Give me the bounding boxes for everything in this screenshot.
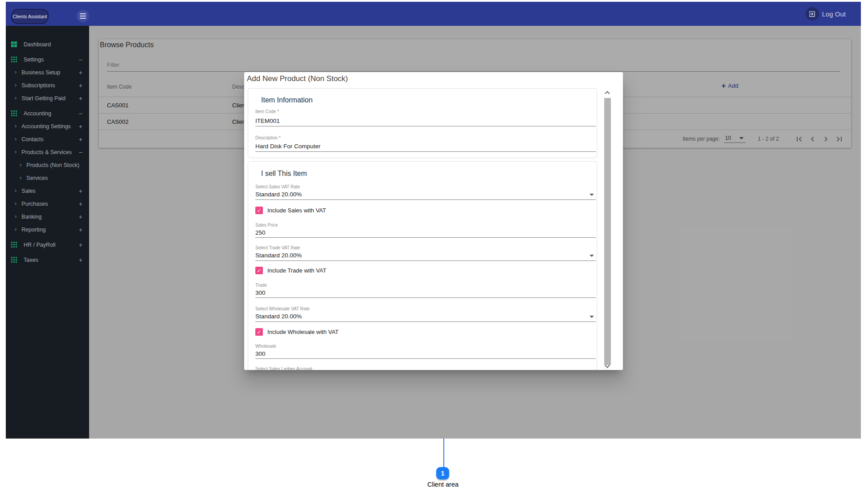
chevron-right-icon: › — [15, 187, 16, 193]
expand-icon[interactable]: + — [79, 257, 82, 263]
wholesale-vat-rate-label: Select Wholesale VAT Rate — [255, 306, 310, 311]
expand-icon[interactable]: + — [79, 214, 82, 220]
sidebar-item-start-getting-paid[interactable]: › Start Getting Paid + — [6, 92, 89, 105]
expand-icon[interactable]: + — [79, 95, 82, 102]
item-code-input[interactable]: ITEM001 — [255, 118, 280, 124]
dialog-scrollbar[interactable] — [602, 88, 613, 370]
collapse-icon[interactable]: − — [79, 57, 82, 63]
chevron-right-icon: › — [15, 213, 16, 219]
sidebar-item-subscriptions[interactable]: › Subscriptions + — [6, 79, 89, 92]
hr-payroll-grid-icon — [11, 242, 17, 248]
app-logo-text: Clients Assistant — [12, 14, 47, 19]
sidebar-item-products-non-stock[interactable]: › Products (Non Stock) — [6, 159, 89, 171]
sidebar-item-taxes[interactable]: Taxes + — [6, 253, 89, 266]
settings-grid-icon — [11, 57, 17, 62]
include-sales-with-vat-checkbox[interactable]: ✓ Include Sales with VAT — [255, 207, 326, 214]
trade-vat-rate-select[interactable]: Standard 20.00% — [255, 252, 302, 259]
top-navbar: Clients Assistant Log Out — [6, 2, 861, 26]
taxes-grid-icon — [11, 257, 17, 263]
accounting-grid-icon — [11, 110, 17, 116]
chevron-right-icon: › — [15, 95, 16, 101]
add-product-dialog: Add New Product (Non Stock) Item Informa… — [244, 72, 623, 370]
chevron-right-icon: › — [20, 175, 21, 180]
annotation-marker-1: 1 — [436, 467, 449, 480]
chevron-right-icon: › — [20, 162, 21, 167]
sidebar-item-reporting[interactable]: › Reporting + — [6, 223, 89, 236]
chevron-right-icon: › — [15, 123, 16, 129]
app-window: Clients Assistant Log Out Dashboard Sett… — [6, 2, 861, 439]
sidebar-item-banking[interactable]: › Banking + — [6, 210, 89, 223]
annotation-connector-line — [443, 439, 444, 468]
description-label: Description * — [255, 135, 281, 140]
sales-ledger-account-label: Select Sales Ledger Account — [255, 366, 312, 370]
collapse-icon[interactable]: − — [79, 110, 82, 117]
sales-price-label: Sales Price — [255, 223, 278, 228]
sales-vat-rate-label: Select Sales VAT Rate — [255, 184, 300, 189]
dashboard-icon — [11, 41, 17, 47]
sidebar-item-accounting[interactable]: Accounting − — [6, 107, 89, 120]
section-heading: Item Information — [261, 96, 313, 104]
scroll-up-icon[interactable] — [605, 91, 610, 96]
chevron-right-icon: › — [15, 149, 16, 154]
checkbox-checked-icon: ✓ — [255, 267, 263, 274]
expand-icon[interactable]: + — [79, 69, 82, 76]
chevron-right-icon: › — [15, 136, 16, 142]
wholesale-label: Wholesale — [255, 344, 276, 349]
sidebar-item-settings[interactable]: Settings − — [6, 53, 89, 66]
expand-icon[interactable]: + — [79, 123, 82, 130]
i-sell-this-item-section: I sell This Item Select Sales VAT Rate S… — [248, 161, 597, 370]
section-heading: I sell This Item — [261, 170, 307, 178]
expand-icon[interactable]: + — [79, 136, 82, 142]
wholesale-vat-rate-select[interactable]: Standard 20.00% — [255, 313, 302, 320]
checkbox-checked-icon: ✓ — [255, 207, 263, 214]
chevron-right-icon: › — [15, 69, 16, 75]
menu-toggle-button[interactable] — [77, 10, 89, 22]
sidebar-item-accounting-settings[interactable]: › Accounting Settings + — [6, 120, 89, 133]
checkbox-checked-icon: ✓ — [255, 328, 263, 336]
sidebar-nav: Dashboard Settings − › Business Setup + … — [6, 26, 89, 439]
item-code-label: Item Code * — [255, 109, 279, 114]
description-input[interactable]: Hard Disk For Computer — [255, 143, 320, 150]
trade-label: Trade — [255, 283, 267, 288]
trade-vat-rate-label: Select Trade VAT Rate — [255, 245, 300, 250]
expand-icon[interactable]: + — [79, 82, 82, 89]
logout-label: Log Out — [822, 10, 846, 18]
sidebar-item-purchases[interactable]: › Purchases + — [6, 197, 89, 210]
caret-down-icon — [590, 255, 594, 257]
dialog-title: Add New Product (Non Stock) — [247, 74, 348, 83]
chevron-right-icon: › — [15, 226, 16, 232]
logout-button[interactable]: Log Out — [806, 7, 846, 20]
sidebar-item-sales[interactable]: › Sales + — [6, 184, 89, 197]
trade-input[interactable]: 300 — [255, 289, 266, 296]
sidebar-item-services[interactable]: › Services — [6, 171, 89, 184]
expand-icon[interactable]: + — [79, 188, 82, 194]
expand-icon[interactable]: + — [79, 201, 82, 207]
caret-down-icon — [590, 316, 594, 318]
app-logo: Clients Assistant — [11, 9, 49, 24]
item-information-section: Item Information Item Code * ITEM001 Des… — [248, 88, 597, 158]
sidebar-item-hr-payroll[interactable]: HR / PayRoll + — [6, 238, 89, 251]
sidebar-item-contacts[interactable]: › Contacts + — [6, 133, 89, 146]
chevron-right-icon: › — [15, 82, 16, 88]
sidebar-item-products-services[interactable]: › Products & Services − — [6, 146, 89, 159]
sales-price-input[interactable]: 250 — [255, 229, 266, 236]
expand-icon[interactable]: + — [79, 227, 82, 233]
wholesale-input[interactable]: 300 — [255, 350, 266, 357]
logout-icon — [806, 7, 819, 20]
include-wholesale-with-vat-checkbox[interactable]: ✓ Include Wholesale with VAT — [255, 328, 339, 336]
expand-icon[interactable]: + — [79, 242, 82, 248]
collapse-icon[interactable]: − — [79, 149, 82, 155]
sales-vat-rate-select[interactable]: Standard 20.00% — [255, 191, 302, 198]
sidebar-item-dashboard[interactable]: Dashboard — [6, 38, 89, 51]
chevron-right-icon: › — [15, 200, 16, 206]
include-trade-with-vat-checkbox[interactable]: ✓ Include Trade with VAT — [255, 267, 326, 274]
sidebar-item-business-setup[interactable]: › Business Setup + — [6, 66, 89, 79]
caret-down-icon — [590, 194, 594, 196]
hamburger-icon — [80, 13, 86, 14]
scrollbar-thumb[interactable] — [604, 98, 611, 365]
annotation-label: Client area — [414, 481, 472, 488]
